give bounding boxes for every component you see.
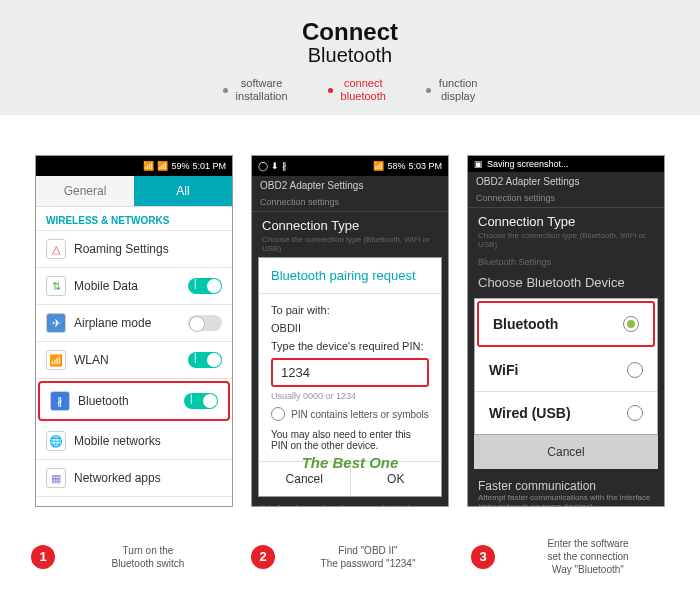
option-label: Bluetooth bbox=[493, 316, 558, 332]
signal-icon: 📶 bbox=[157, 161, 168, 171]
phone-1-settings: 📶 📶 59% 5:01 PM General All WIRELESS & N… bbox=[35, 155, 233, 507]
pin-label: Type the device's required PIN: bbox=[271, 340, 429, 352]
connection-settings-label: Connection settings bbox=[468, 191, 664, 208]
pair-with-device: OBDII bbox=[271, 322, 429, 334]
mobile-networks-icon: 🌐 bbox=[46, 431, 66, 451]
airplane-toggle[interactable] bbox=[188, 315, 222, 331]
connection-type-title: Connection Type bbox=[252, 212, 448, 235]
step-text-line: Enter the software bbox=[507, 537, 669, 550]
step-text-line: Find "OBD II" bbox=[287, 544, 449, 557]
pin-input[interactable]: 1234 bbox=[271, 358, 429, 387]
dialog-note: You may also need to enter this PIN on t… bbox=[271, 429, 429, 451]
mobile-data-toggle[interactable] bbox=[188, 278, 222, 294]
row-wlan[interactable]: 📶 WLAN bbox=[36, 342, 232, 379]
bg-title-faster: Faster communication bbox=[478, 479, 654, 493]
connection-settings-label: Connection settings bbox=[252, 195, 448, 212]
row-networked-apps[interactable]: ▦ Networked apps bbox=[36, 460, 232, 497]
radio-checked-icon[interactable] bbox=[623, 316, 639, 332]
dot-icon bbox=[328, 88, 333, 93]
nav-function-display[interactable]: function display bbox=[426, 77, 478, 103]
wlan-toggle[interactable] bbox=[188, 352, 222, 368]
row-label: Roaming Settings bbox=[74, 242, 222, 256]
step-text-line: The password "1234" bbox=[287, 557, 449, 570]
dialog-title: Bluetooth pairing request bbox=[259, 258, 441, 294]
cancel-button[interactable]: Cancel bbox=[474, 435, 658, 469]
checkbox-label: PIN contains letters or symbols bbox=[291, 409, 429, 420]
step-text-line: Way "Bluetooth" bbox=[507, 563, 669, 576]
step-3: 3 Enter the software set the connection … bbox=[471, 537, 669, 576]
bluetooth-icon: ∦ bbox=[50, 391, 70, 411]
nav-row: software installation connect bluetooth … bbox=[0, 77, 700, 103]
option-label: Wired (USB) bbox=[489, 405, 571, 421]
page-title-line1: Connect bbox=[0, 18, 700, 46]
pin-hint: Usually 0000 or 1234 bbox=[271, 391, 429, 401]
option-wired[interactable]: Wired (USB) bbox=[475, 392, 657, 434]
option-bluetooth[interactable]: Bluetooth bbox=[479, 303, 653, 345]
phone-3-connection-type: ▣ Saving screenshot... OBD2 Adapter Sett… bbox=[467, 155, 665, 507]
image-icon: ▣ bbox=[474, 159, 483, 169]
status-bar: 📶 📶 59% 5:01 PM bbox=[36, 156, 232, 176]
roaming-icon: △ bbox=[46, 239, 66, 259]
nav-label: software bbox=[236, 77, 288, 90]
option-wifi[interactable]: WiFi bbox=[475, 349, 657, 392]
section-wireless-networks: WIRELESS & NETWORKS bbox=[36, 207, 232, 231]
connection-type-title: Connection Type bbox=[468, 208, 664, 231]
wifi-icon: 📶 bbox=[143, 161, 154, 171]
time-text: 5:01 PM bbox=[192, 161, 226, 171]
step-2: 2 Find "OBD II" The password "1234" bbox=[251, 537, 449, 576]
checkbox-icon[interactable] bbox=[271, 407, 285, 421]
option-label: WiFi bbox=[489, 362, 518, 378]
row-label: Bluetooth bbox=[78, 394, 176, 408]
row-bluetooth[interactable]: ∦ Bluetooth bbox=[40, 383, 228, 419]
row-label: Mobile networks bbox=[74, 434, 222, 448]
step-number-badge: 3 bbox=[471, 545, 495, 569]
bluetooth-status-icon: ∦ bbox=[282, 161, 287, 171]
bluetooth-highlight: ∦ Bluetooth bbox=[38, 381, 230, 421]
header-banner: Connect Bluetooth software installation … bbox=[0, 0, 700, 115]
step-text-line: set the connection bbox=[507, 550, 669, 563]
row-airplane-mode[interactable]: ✈ Airplane mode bbox=[36, 305, 232, 342]
wlan-icon: 📶 bbox=[46, 350, 66, 370]
app-header: OBD2 Adapter Settings bbox=[468, 172, 664, 191]
status-bar: ◯ ⬇ ∦ 📶 58% 5:03 PM bbox=[252, 156, 448, 176]
nav-label: installation bbox=[236, 90, 288, 103]
step-text-line: Turn on the bbox=[67, 544, 229, 557]
pin-letters-checkbox-row[interactable]: PIN contains letters or symbols bbox=[271, 407, 429, 421]
connection-options: Bluetooth WiFi Wired (USB) bbox=[474, 298, 658, 435]
nav-connect-bluetooth[interactable]: connect bluetooth bbox=[328, 77, 386, 103]
nav-label: function bbox=[439, 77, 478, 90]
mobile-data-icon: ⇅ bbox=[46, 276, 66, 296]
row-roaming-settings[interactable]: △ Roaming Settings bbox=[36, 231, 232, 268]
tab-all[interactable]: All bbox=[134, 176, 232, 207]
tab-general[interactable]: General bbox=[36, 176, 134, 207]
radio-icon[interactable] bbox=[627, 362, 643, 378]
step-number-badge: 1 bbox=[31, 545, 55, 569]
nav-label: bluetooth bbox=[341, 90, 386, 103]
phone-2-pairing: ◯ ⬇ ∦ 📶 58% 5:03 PM OBD2 Adapter Setting… bbox=[251, 155, 449, 507]
bg-row-interface: interface (may not work on some devices)… bbox=[252, 497, 448, 507]
watermark-text: The Best One bbox=[302, 454, 399, 471]
bluetooth-toggle[interactable] bbox=[184, 393, 218, 409]
pair-with-label: To pair with: bbox=[271, 304, 429, 316]
networked-apps-icon: ▦ bbox=[46, 468, 66, 488]
steps-row: 1 Turn on the Bluetooth switch 2 Find "O… bbox=[0, 527, 700, 598]
row-label: Networked apps bbox=[74, 471, 222, 485]
more-link[interactable]: More... bbox=[36, 497, 232, 507]
download-icon: ⬇ bbox=[271, 161, 279, 171]
bluetooth-settings-label: Bluetooth Settings bbox=[468, 253, 664, 271]
bg-row-faster: Faster communication Attempt faster comm… bbox=[468, 469, 664, 507]
nav-label: connect bbox=[341, 77, 386, 90]
row-label: Mobile Data bbox=[74, 279, 180, 293]
row-mobile-data[interactable]: ⇅ Mobile Data bbox=[36, 268, 232, 305]
nav-software-installation[interactable]: software installation bbox=[223, 77, 288, 103]
radio-icon[interactable] bbox=[627, 405, 643, 421]
airplane-icon: ✈ bbox=[46, 313, 66, 333]
battery-text: 59% bbox=[171, 161, 189, 171]
toast-text: Saving screenshot... bbox=[487, 159, 569, 169]
bg-sub: interface (may not work on some devices) bbox=[262, 503, 438, 507]
time-text: 5:03 PM bbox=[408, 161, 442, 171]
bg-sub: Attempt faster communications with the i… bbox=[478, 493, 654, 507]
app-header: OBD2 Adapter Settings bbox=[252, 176, 448, 195]
row-mobile-networks[interactable]: 🌐 Mobile networks bbox=[36, 423, 232, 460]
connection-type-subtitle: Choose the connection type (Bluetooth, W… bbox=[252, 235, 448, 257]
